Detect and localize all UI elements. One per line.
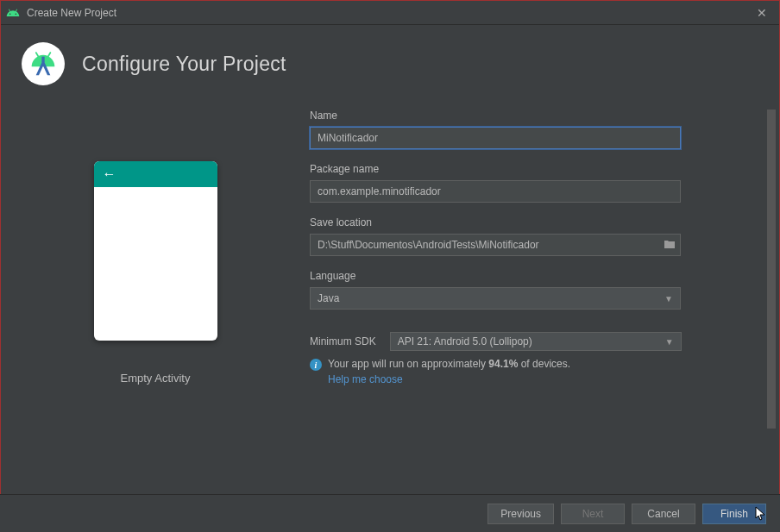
name-label: Name xyxy=(310,110,741,122)
mouse-cursor-icon xyxy=(755,506,767,522)
phone-appbar: ← xyxy=(94,161,217,187)
cancel-button[interactable]: Cancel xyxy=(632,504,695,524)
help-me-choose-link[interactable]: Help me choose xyxy=(328,373,403,385)
footer: Previous Next Cancel Finish xyxy=(0,494,780,532)
back-arrow-icon: ← xyxy=(103,166,116,182)
info-icon: i xyxy=(310,359,322,371)
save-location-value: D:\Stuff\Documentos\AndroidTests\MiNotif… xyxy=(311,239,659,251)
language-label: Language xyxy=(310,270,741,282)
previous-button[interactable]: Previous xyxy=(488,504,554,524)
form-column: Name Package name Save location D:\Stuff… xyxy=(310,110,765,480)
page-header: Configure Your Project xyxy=(1,25,779,110)
package-input[interactable] xyxy=(310,180,681,203)
svg-rect-0 xyxy=(41,57,44,63)
close-icon[interactable]: ✕ xyxy=(750,6,774,20)
titlebar: Create New Project ✕ xyxy=(1,1,779,25)
device-coverage-info: i Your app will run on approximately 94.… xyxy=(310,358,741,371)
window-title: Create New Project xyxy=(27,7,750,19)
android-studio-logo xyxy=(22,42,65,85)
phone-preview: ← xyxy=(94,161,217,341)
scrollbar[interactable] xyxy=(767,110,776,454)
preview-column: ← Empty Activity xyxy=(1,110,310,480)
min-sdk-label: Minimum SDK xyxy=(310,335,376,347)
package-label: Package name xyxy=(310,163,741,175)
language-select[interactable]: Java ▼ xyxy=(310,287,681,310)
save-location-label: Save location xyxy=(310,216,741,228)
name-input[interactable] xyxy=(310,127,681,149)
next-button: Next xyxy=(561,504,625,524)
chevron-down-icon: ▼ xyxy=(665,337,674,347)
finish-button[interactable]: Finish xyxy=(702,504,766,524)
scrollbar-thumb[interactable] xyxy=(767,110,776,429)
language-value: Java xyxy=(318,292,664,304)
page-title: Configure Your Project xyxy=(82,53,286,76)
device-coverage-text: Your app will run on approximately 94.1%… xyxy=(328,358,570,370)
folder-icon[interactable] xyxy=(659,239,680,252)
save-location-input[interactable]: D:\Stuff\Documentos\AndroidTests\MiNotif… xyxy=(310,234,681,256)
min-sdk-select[interactable]: API 21: Android 5.0 (Lollipop) ▼ xyxy=(390,332,682,351)
min-sdk-value: API 21: Android 5.0 (Lollipop) xyxy=(398,335,665,347)
preview-label: Empty Activity xyxy=(121,372,191,385)
android-icon xyxy=(6,6,20,20)
chevron-down-icon: ▼ xyxy=(664,294,673,304)
